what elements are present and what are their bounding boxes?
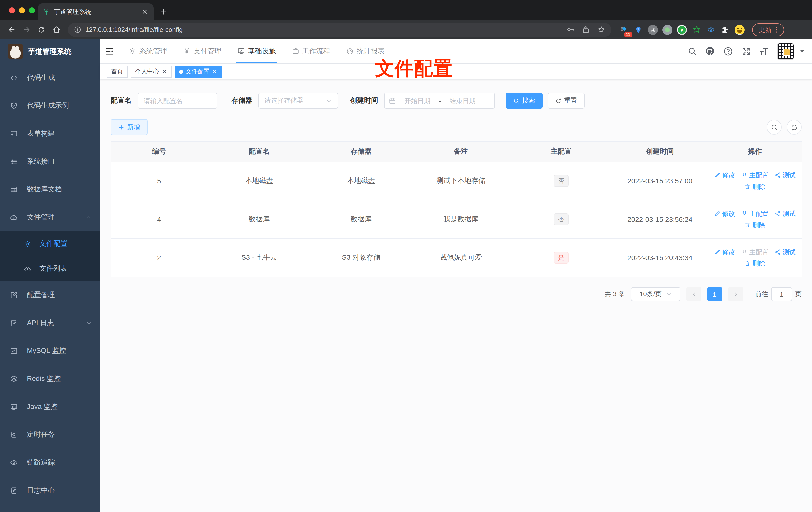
master-action[interactable]: 主配置 (741, 209, 768, 218)
sidebar-item-表单构建[interactable]: 表单构建 (0, 120, 100, 148)
trash-icon (745, 222, 751, 228)
reload-button[interactable] (35, 23, 48, 36)
sidebar-fold-icon[interactable] (105, 46, 115, 56)
forward-button[interactable] (20, 23, 33, 36)
font-size-icon[interactable] (759, 46, 769, 56)
password-key-icon[interactable] (566, 25, 575, 34)
sidebar-item-系统接口[interactable]: 系统接口 (0, 148, 100, 176)
back-button[interactable] (5, 23, 18, 36)
sidebar-subitem-文件列表[interactable]: 文件列表 (0, 256, 100, 281)
row-actions-line2: 删除 (745, 259, 765, 268)
avatar-caret-icon[interactable] (799, 48, 805, 54)
delete-action[interactable]: 删除 (745, 182, 765, 191)
start-date-input[interactable] (399, 97, 436, 104)
page-size-select[interactable]: 10条/页 (631, 287, 680, 301)
delete-action[interactable]: 删除 (745, 220, 765, 230)
dot-extension[interactable] (662, 24, 673, 35)
pin-extension[interactable] (633, 24, 644, 35)
sidebar-item-代码生成示例[interactable]: 代码生成示例 (0, 92, 100, 120)
sidebar-item-日志中心[interactable]: 日志中心 (0, 477, 100, 505)
goto-page-input[interactable] (771, 287, 792, 301)
sidebar-item-定时任务[interactable]: 定时任务 (0, 421, 100, 449)
reset-button[interactable]: 重置 (548, 93, 585, 109)
sidebar-subitem-文件配置[interactable]: 文件配置 (0, 231, 100, 256)
tag-个人中心[interactable]: 个人中心 (131, 65, 172, 78)
refresh-table-button[interactable] (787, 120, 802, 134)
url-bar[interactable]: 127.0.0.1:1024/infra/file/file-config (68, 23, 611, 37)
edit-action[interactable]: 修改 (714, 209, 735, 218)
sidebar-item-代码生成[interactable]: 代码生成 (0, 64, 100, 92)
search-icon[interactable] (687, 47, 697, 56)
tag-文件配置[interactable]: 文件配置 (175, 65, 222, 78)
prev-page-button[interactable] (686, 287, 701, 301)
show-search-button[interactable] (766, 120, 782, 134)
sidebar-item-MySQL 监控[interactable]: MySQL 监控 (0, 337, 100, 365)
logo-row[interactable]: 芋道管理系统 (0, 39, 100, 64)
page-number-button[interactable]: 1 (707, 287, 722, 301)
cell: 否 (511, 213, 611, 225)
sidebar-item-label: 日志中心 (27, 486, 92, 495)
sidebar-item-API 日志[interactable]: API 日志 (0, 309, 100, 337)
sidebar-item-文件管理[interactable]: 文件管理 (0, 203, 100, 231)
config-name-input[interactable] (138, 93, 218, 109)
update-label: 更新 (759, 25, 772, 34)
pagination-total: 共 3 条 (605, 290, 625, 299)
date-range-picker[interactable]: - (384, 93, 495, 109)
edit-action[interactable]: 修改 (714, 171, 735, 180)
storage-select[interactable]: 请选择存储器 (258, 93, 338, 109)
sidebar-item-配置管理[interactable]: 配置管理 (0, 281, 100, 309)
update-button[interactable]: 更新 (752, 23, 784, 36)
sidebar-item-数据库文档[interactable]: 数据库文档 (0, 176, 100, 203)
tag-首页[interactable]: 首页 (107, 65, 128, 78)
window-minimize-button[interactable] (19, 7, 25, 13)
edit-action[interactable]: 修改 (714, 247, 735, 257)
tag-close-icon[interactable] (212, 69, 218, 74)
app-title: 芋道管理系统 (28, 47, 71, 56)
action-label: 主配置 (749, 209, 768, 218)
bookmark-star-icon[interactable] (597, 25, 606, 34)
avatar[interactable] (777, 42, 794, 60)
window-zoom-button[interactable] (29, 7, 35, 13)
top-nav-label: 基础设施 (248, 47, 276, 56)
sidebar-item-Redis 监控[interactable]: Redis 监控 (0, 365, 100, 393)
puzzle-extension[interactable] (720, 24, 731, 35)
cell: 2 (111, 254, 207, 262)
end-date-input[interactable] (444, 97, 481, 104)
browser-menu-icon[interactable] (773, 26, 781, 34)
site-info-icon[interactable] (74, 26, 81, 33)
diamond-extension[interactable]: 11 (618, 24, 630, 35)
test-action[interactable]: 测试 (775, 171, 795, 180)
tab-close-icon[interactable] (141, 8, 149, 16)
sidebar-subitem-label: 文件配置 (39, 239, 67, 248)
new-tab-button[interactable] (156, 5, 171, 19)
y-extension[interactable]: y (676, 24, 687, 35)
add-button[interactable]: 新增 (111, 119, 148, 135)
top-nav-基础设施[interactable]: 基础设施 (231, 39, 282, 63)
tag-label: 文件配置 (185, 67, 209, 76)
github-icon[interactable] (705, 46, 715, 56)
help-icon[interactable] (723, 46, 733, 56)
home-button[interactable] (50, 23, 63, 36)
browser-tab[interactable]: 芋道管理系统 (38, 3, 154, 21)
search-button[interactable]: 搜索 (506, 93, 543, 109)
fullscreen-icon[interactable] (741, 46, 751, 56)
eye-extension[interactable] (705, 24, 716, 35)
window-close-button[interactable] (9, 7, 15, 13)
test-action[interactable]: 测试 (775, 209, 795, 218)
top-nav-支付管理[interactable]: 支付管理 (177, 39, 227, 63)
emoji-extension[interactable] (734, 24, 745, 35)
tag-close-icon[interactable] (162, 69, 167, 74)
top-nav-系统管理[interactable]: 系统管理 (123, 39, 173, 63)
row-actions: 修改主配置测试删除 (711, 247, 799, 268)
top-nav-统计报表[interactable]: 统计报表 (340, 39, 390, 63)
next-page-button[interactable] (728, 287, 743, 301)
command-extension[interactable] (647, 24, 658, 35)
top-nav-工作流程[interactable]: 工作流程 (286, 39, 336, 63)
star-extension[interactable] (691, 24, 702, 35)
master-action[interactable]: 主配置 (741, 171, 768, 180)
sidebar-item-链路追踪[interactable]: 链路追踪 (0, 449, 100, 477)
sidebar-item-Java 监控[interactable]: Java 监控 (0, 393, 100, 421)
test-action[interactable]: 测试 (775, 247, 795, 257)
share-icon[interactable] (582, 25, 590, 34)
delete-action[interactable]: 删除 (745, 259, 765, 268)
